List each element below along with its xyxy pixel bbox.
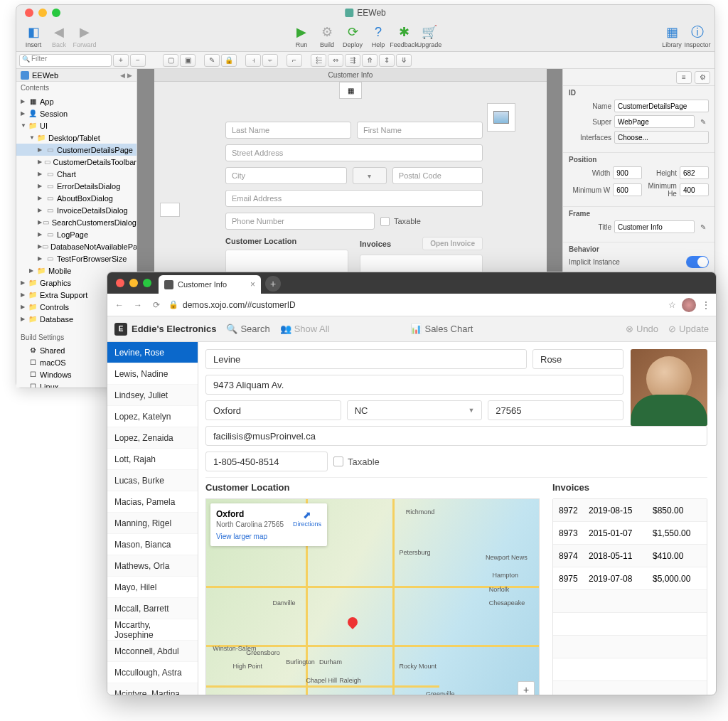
customer-item[interactable]: Lopez, Zenaida: [107, 427, 198, 449]
name-input[interactable]: CustomerDetailsPage: [614, 100, 709, 112]
map[interactable]: Richmond Petersburg Newport News Hampton…: [205, 498, 540, 695]
city-field[interactable]: City: [225, 167, 347, 184]
implicit-toggle[interactable]: [686, 256, 709, 268]
browser-forward-button[interactable]: →: [132, 300, 144, 310]
tree-item[interactable]: ▶▭InvoiceDetailsDialog: [16, 204, 136, 216]
invoice-row[interactable]: 89752019-07-08$5,000.00: [553, 567, 707, 590]
street-input[interactable]: 9473 Aliquam Av.: [205, 375, 623, 395]
library-button[interactable]: ▦Library: [660, 23, 683, 48]
super-input[interactable]: WebPage: [614, 115, 695, 128]
minh-input[interactable]: 400: [680, 183, 709, 196]
taxable-checkbox[interactable]: Taxable: [333, 452, 380, 471]
email-input[interactable]: facilisis@musProinvel.ca: [205, 426, 707, 446]
title-input[interactable]: Customer Info: [614, 220, 695, 233]
run-button[interactable]: ▶Run: [290, 23, 313, 48]
tree-desktop[interactable]: ▼📁Desktop/Tablet: [16, 132, 136, 144]
menu-icon[interactable]: ⋮: [702, 300, 710, 310]
tree-item[interactable]: ▶▭ErrorDetailsDialog: [16, 180, 136, 192]
tree-app[interactable]: ▶▦App: [16, 95, 136, 107]
state-select[interactable]: NC▼: [347, 400, 483, 420]
close-icon[interactable]: [116, 279, 124, 287]
align-tool-2[interactable]: ⫟: [262, 54, 278, 67]
edit-tool-1[interactable]: ✎: [204, 54, 220, 67]
customer-item[interactable]: Mcconnell, Abdul: [107, 641, 198, 662]
deploy-button[interactable]: ⟳Deploy: [341, 23, 364, 48]
bookmark-icon[interactable]: ☆: [668, 300, 676, 310]
first-name-field[interactable]: First Name: [357, 122, 483, 139]
toolbar-placeholder[interactable]: ▦: [339, 82, 362, 99]
tree-item[interactable]: ▶▭AboutBoxDialog: [16, 192, 136, 204]
minimize-icon[interactable]: [129, 279, 138, 287]
filter-input[interactable]: Filter: [19, 54, 112, 67]
customer-item[interactable]: Mathews, Orla: [107, 555, 198, 577]
undo-button[interactable]: ⊗Undo: [626, 324, 658, 334]
height-input[interactable]: 682: [680, 166, 709, 179]
build-button[interactable]: ⚙Build: [316, 23, 338, 48]
new-tab-button[interactable]: +: [265, 276, 281, 292]
inspector-button[interactable]: ⓘInspector: [686, 23, 709, 48]
tree-item[interactable]: ▶▭SearchCustomersDialog: [16, 216, 136, 228]
align-middle[interactable]: ⇕: [379, 54, 395, 67]
customer-item[interactable]: Lindsey, Juliet: [107, 385, 198, 406]
inspector-tab-2[interactable]: ⚙: [695, 71, 710, 84]
zoom-in-button[interactable]: +: [518, 682, 534, 695]
email-field[interactable]: Email Address: [225, 190, 483, 207]
profile-avatar[interactable]: [682, 298, 696, 312]
arrange-tool-1[interactable]: ⌐: [287, 54, 302, 67]
layout-tool-1[interactable]: ▢: [163, 54, 178, 67]
customer-item[interactable]: Lott, Rajah: [107, 449, 198, 470]
customer-item[interactable]: Manning, Rigel: [107, 513, 198, 534]
customer-item[interactable]: Mccall, Barrett: [107, 598, 198, 619]
inspector-tab-1[interactable]: ≡: [676, 71, 692, 84]
customer-item[interactable]: Lopez, Katelyn: [107, 406, 198, 427]
invoice-row[interactable]: 89732015-01-07$1,550.00: [553, 522, 707, 545]
minw-input[interactable]: 600: [613, 183, 642, 196]
align-top[interactable]: ⤊: [362, 54, 378, 67]
postal-input[interactable]: 27565: [488, 400, 623, 420]
add-button[interactable]: +: [113, 54, 129, 67]
help-button[interactable]: ?Help: [367, 23, 390, 48]
navigator-header[interactable]: EEWeb◀ ▶: [16, 69, 136, 82]
insert-button[interactable]: ◧Insert: [22, 23, 45, 48]
forward-button[interactable]: ▶Forward: [73, 23, 96, 48]
pencil-icon[interactable]: ✎: [697, 221, 709, 233]
customer-item[interactable]: Mason, Bianca: [107, 534, 198, 555]
state-select[interactable]: ▾: [353, 167, 387, 184]
tree-item[interactable]: ▶▭LogPage: [16, 228, 136, 240]
pencil-icon[interactable]: ✎: [697, 116, 709, 127]
align-center-h[interactable]: ⇔: [328, 54, 343, 67]
tree-item[interactable]: ▶▭Chart: [16, 168, 136, 180]
browser-tab[interactable]: Customer Info ×: [159, 275, 261, 294]
lock-tool[interactable]: 🔒: [221, 54, 237, 67]
customer-item[interactable]: Mccarthy, Josephine: [107, 619, 198, 641]
street-field[interactable]: Street Address: [225, 144, 483, 161]
tab-close-icon[interactable]: ×: [250, 279, 255, 289]
customer-item[interactable]: Mayo, Hilel: [107, 577, 198, 598]
align-tool-1[interactable]: ⫞: [245, 54, 261, 67]
maximize-icon[interactable]: [143, 279, 151, 287]
taxable-checkbox[interactable]: Taxable: [380, 213, 421, 230]
first-name-input[interactable]: Rose: [532, 349, 623, 369]
remove-button[interactable]: −: [130, 54, 146, 67]
customer-item[interactable]: Levine, Rose: [107, 342, 198, 363]
postal-field[interactable]: Postal Code: [392, 167, 483, 184]
directions-button[interactable]: ⬈Directions: [293, 509, 321, 528]
tree-ui[interactable]: ▼📁UI: [16, 119, 136, 132]
customer-list[interactable]: Levine, Rose Lewis, Nadine Lindsey, Juli…: [107, 342, 198, 695]
layout-tool-2[interactable]: ▣: [180, 54, 196, 67]
minimize-icon[interactable]: [38, 9, 47, 17]
width-input[interactable]: 900: [613, 166, 642, 179]
align-bottom[interactable]: ⤋: [396, 54, 412, 67]
browser-back-button[interactable]: ←: [113, 300, 126, 310]
view-larger-link[interactable]: View larger map: [216, 533, 321, 540]
tree-session[interactable]: ▶👤Session: [16, 107, 136, 119]
photo-placeholder[interactable]: [487, 103, 515, 132]
tree-item[interactable]: ▶▭DatabaseNotAvailablePage: [16, 240, 136, 252]
tree-item[interactable]: ▶▭CustomerDetailsToolbar: [16, 156, 136, 168]
close-icon[interactable]: [25, 9, 33, 17]
update-button[interactable]: ⊘Update: [668, 324, 709, 334]
invoice-row[interactable]: 89742018-05-11$410.00: [553, 545, 707, 567]
align-right[interactable]: ⇶: [345, 54, 360, 67]
customer-item[interactable]: Macias, Pamela: [107, 491, 198, 513]
align-left[interactable]: ⬱: [311, 54, 326, 67]
